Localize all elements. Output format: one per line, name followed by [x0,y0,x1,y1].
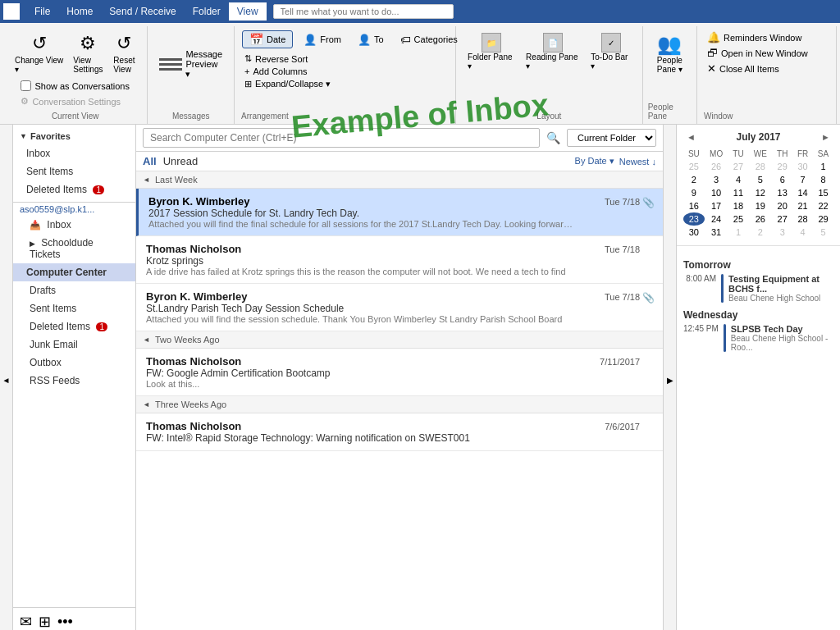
reading-pane-button[interactable]: 📄 Reading Pane ▾ [521,30,584,74]
nav-deleted-items[interactable]: Deleted Items 1 [13,180,135,199]
date-button[interactable]: 📅 Date [242,30,293,48]
calendar-icon[interactable]: ⊞ [39,613,51,630]
nav-sent-items2[interactable]: Sent Items [13,299,135,317]
cal-date[interactable]: 24 [705,212,728,226]
cal-date-today[interactable]: 23 [683,212,705,226]
more-icon[interactable]: ••• [57,614,73,631]
cal-date[interactable]: 25 [728,212,749,226]
tell-me-input[interactable] [273,4,454,19]
categories-button[interactable]: 🏷 Categories [394,32,464,48]
group-header-last-week[interactable]: Last Week [136,171,663,189]
menu-home[interactable]: Home [58,2,101,21]
cal-date[interactable]: 3 [772,226,792,239]
email-item[interactable]: Thomas Nicholson FW: Google Admin Certif… [136,349,663,396]
message-preview-button[interactable]: MessagePreview ▾ [154,46,227,83]
cal-date[interactable]: 27 [772,212,792,226]
cal-date[interactable]: 20 [772,199,792,212]
view-settings-button[interactable]: ⚙ ViewSettings [70,30,106,77]
cal-date[interactable]: 28 [792,212,813,226]
cal-date[interactable]: 14 [792,186,813,199]
cal-date[interactable]: 26 [705,160,728,173]
cal-date[interactable]: 25 [683,160,705,173]
cal-date[interactable]: 30 [683,226,705,239]
search-scope-select[interactable]: Current Folder [567,129,656,147]
nav-sent-items[interactable]: Sent Items [13,162,135,180]
cal-date[interactable]: 11 [728,186,749,199]
cal-date[interactable]: 17 [705,199,728,212]
cal-date[interactable]: 28 [748,160,772,173]
cal-date[interactable]: 8 [813,173,833,186]
cal-date[interactable]: 10 [705,186,728,199]
cal-date[interactable]: 29 [772,160,792,173]
nav-drafts[interactable]: Drafts [13,281,135,299]
cal-date[interactable]: 30 [792,160,813,173]
cal-date[interactable]: 26 [748,212,772,226]
cal-date[interactable]: 2 [748,226,772,239]
conversation-settings-button[interactable]: ⚙ Conversation Settings [17,94,133,108]
cal-date[interactable]: 27 [728,160,749,173]
by-date-sort[interactable]: By Date ▾ [575,156,614,167]
cal-date[interactable]: 29 [813,212,833,226]
cal-date[interactable]: 18 [728,199,749,212]
cal-date[interactable]: 1 [813,160,833,173]
right-collapse-button[interactable]: ▶ [663,125,676,630]
nav-outbox[interactable]: Outbox [13,354,135,372]
favorites-header[interactable]: Favorites [13,128,135,144]
add-columns-button[interactable]: + Add Columns [241,66,449,77]
cal-date[interactable]: 31 [705,226,728,239]
group-header-two-weeks[interactable]: Two Weeks Ago [136,331,663,349]
email-item[interactable]: Thomas Nicholson Krotz springs A ide dri… [136,236,663,284]
cal-date[interactable]: 22 [813,199,833,212]
cal-date[interactable]: 6 [772,173,792,186]
from-button[interactable]: 👤 From [297,32,348,48]
todo-bar-button[interactable]: ✓ To-Do Bar ▾ [586,30,635,74]
menu-file[interactable]: File [26,2,58,21]
nav-rss[interactable]: RSS Feeds [13,372,135,390]
nav-computer-center[interactable]: Computer Center [13,263,135,281]
mail-icon[interactable]: ✉ [20,613,32,630]
people-pane-button[interactable]: 👥 PeoplePane ▾ [652,30,687,77]
reset-view-button[interactable]: ↺ ResetView [107,30,140,77]
close-all-items-button[interactable]: ✕ Close All Items [704,61,783,76]
reminders-window-button[interactable]: 🔔 Reminders Window [704,30,805,45]
change-view-button[interactable]: ↺ Change View ▾ [10,30,68,77]
folder-pane-button[interactable]: 📁 Folder Pane ▾ [463,30,519,74]
nav-account[interactable]: aso0559@slp.k1... [13,202,135,216]
nav-junk[interactable]: Junk Email [13,336,135,354]
cal-date[interactable]: 3 [705,173,728,186]
filter-unread-button[interactable]: Unread [163,155,199,167]
cal-date[interactable]: 16 [683,199,705,212]
cal-date[interactable]: 9 [683,186,705,199]
cal-prev-button[interactable]: ◄ [683,132,699,142]
search-button[interactable]: 🔍 [540,128,567,148]
nav-schooldude[interactable]: ▶ Schooldude Tickets [13,234,135,263]
menu-folder[interactable]: Folder [185,2,229,21]
event-item[interactable]: 12:45 PM SLPSB Tech Day Beau Chene High … [683,324,833,352]
email-item[interactable]: Thomas Nicholson FW: Intel® Rapid Storag… [136,413,663,451]
conversations-check[interactable] [21,80,31,91]
cal-date[interactable]: 4 [792,226,813,239]
newest-sort[interactable]: Newest ↓ [619,157,656,167]
filter-all-button[interactable]: All [143,155,157,167]
email-item[interactable]: Byron K. Wimberley St.Landry Parish Tech… [136,284,663,331]
open-new-window-button[interactable]: 🗗 Open in New Window [704,45,811,61]
nav-inbox[interactable]: Inbox [13,144,135,162]
cal-date[interactable]: 19 [748,199,772,212]
group-header-three-weeks[interactable]: Three Weeks Ago [136,396,663,413]
show-as-conversations-checkbox[interactable]: Show as Conversations [17,79,133,93]
cal-date[interactable]: 13 [772,186,792,199]
cal-date[interactable]: 12 [748,186,772,199]
reverse-sort-button[interactable]: ⇅ Reverse Sort [241,52,449,65]
expand-collapse-button[interactable]: ⊞ Expand/Collapse ▾ [241,78,449,90]
cal-date[interactable]: 4 [728,173,749,186]
nav-account-inbox[interactable]: 📥 Inbox [13,216,135,234]
nav-deleted-items2[interactable]: Deleted Items 1 [13,317,135,336]
menu-send-receive[interactable]: Send / Receive [101,2,184,21]
search-input[interactable] [143,128,540,148]
menu-view[interactable]: View [229,2,267,21]
cal-date[interactable]: 5 [813,226,833,239]
cal-next-button[interactable]: ► [818,132,833,142]
cal-date[interactable]: 2 [683,173,705,186]
cal-date[interactable]: 21 [792,199,813,212]
cal-date[interactable]: 7 [792,173,813,186]
